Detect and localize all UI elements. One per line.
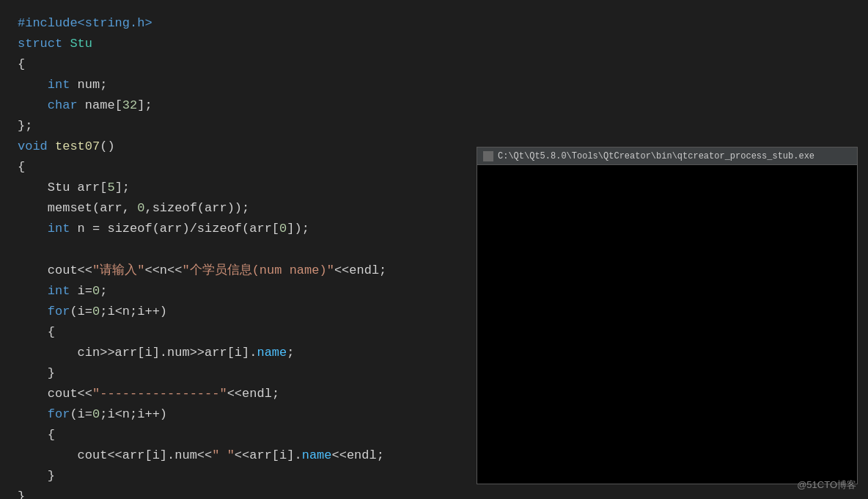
code-line: } [18,487,474,499]
code-line: cout<<arr[i].num<<" "<<arr[i].name<<endl… [18,445,474,466]
code-line: cin>>arr[i].num>>arr[i].name; [18,343,474,363]
terminal-line: 103 tom [489,398,845,423]
code-line: cout<<"----------------"<<endl; [18,384,474,404]
terminal-line: 103 tom [489,249,845,274]
code-line: void test07() [18,136,474,157]
watermark: @51CTO博客 [797,478,856,492]
code-line: } [18,363,474,384]
terminal-line: 102 bob [489,224,845,249]
terminal-titlebar: C:\Qt\Qt5.8.0\Tools\QtCreator\bin\qtcrea… [477,147,857,165]
code-panel: #include<string.h>struct Stu{ int num; c… [0,0,491,499]
terminal-line: 104 小法 [489,274,845,299]
terminal-body: 请输入5个学员信息(num name)101 lucy102 bob103 to… [477,165,857,484]
terminal-line: 102 bob [489,374,845,398]
terminal-line: 105 小炮 [489,448,845,473]
code-line: for(i=0;i<n;i++) [18,302,474,322]
code-line: { [18,157,474,178]
code-line: char name[32]; [18,95,474,116]
code-line: #include<string.h> [18,13,474,34]
terminal-icon [483,151,493,161]
code-line: { [18,54,474,75]
code-line: int num; [18,75,474,95]
code-line: { [18,425,474,445]
terminal-line: 101 lucy [489,199,845,224]
terminal-title: C:\Qt\Qt5.8.0\Tools\QtCreator\bin\qtcrea… [498,151,814,161]
terminal-line: 101 lucy [489,349,845,374]
code-line: Stu arr[5]; [18,178,474,198]
code-line: memset(arr, 0,sizeof(arr)); [18,198,474,219]
code-line: cout<<"请输入"<<n<<"个学员信息(num name)"<<endl; [18,261,474,281]
code-line: int n = sizeof(arr)/sizeof(arr[0]); [18,219,474,239]
terminal-line: 104 小法 [489,423,845,448]
code-line: }; [18,116,474,136]
code-line [18,240,474,261]
code-line: } [18,466,474,487]
code-line: struct Stu [18,34,474,54]
terminal-line: ---------------- [489,324,845,349]
terminal-line: 请输入5个学员信息(num name) [489,174,845,199]
code-line: int i=0; [18,281,474,302]
code-line: { [18,322,474,343]
code-line: for(i=0;i<n;i++) [18,404,474,425]
terminal-window: C:\Qt\Qt5.8.0\Tools\QtCreator\bin\qtcrea… [477,147,858,484]
terminal-line: 105 小炮 [489,299,845,324]
